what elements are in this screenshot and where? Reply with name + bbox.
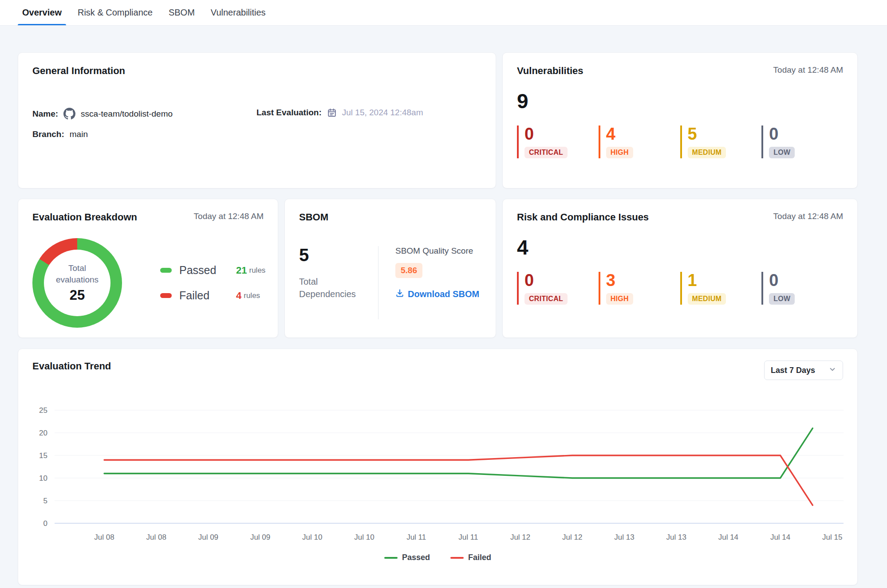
severity-badge: MEDIUM [688, 147, 726, 158]
svg-text:Jul 14: Jul 14 [718, 533, 738, 541]
passed-line-label: Passed [402, 553, 430, 562]
svg-text:15: 15 [39, 451, 47, 460]
severity-count: 0 [524, 272, 599, 289]
svg-text:20: 20 [39, 429, 47, 437]
passed-label: Passed [179, 264, 232, 277]
svg-text:Jul 08: Jul 08 [146, 533, 166, 541]
risk-compliance-timestamp: Today at 12:48 AM [773, 212, 843, 221]
time-range-value: Last 7 Days [771, 366, 815, 375]
passed-line-swatch [384, 557, 398, 559]
time-range-dropdown[interactable]: Last 7 Days [764, 361, 843, 380]
svg-text:Jul 09: Jul 09 [198, 533, 218, 541]
severity-item-medium: 1 MEDIUM [680, 272, 762, 305]
svg-text:25: 25 [39, 406, 47, 415]
trend-chart-legend: Passed Failed [32, 553, 843, 562]
failed-swatch [160, 293, 172, 298]
severity-count: 0 [769, 272, 843, 289]
failed-line-swatch [450, 557, 464, 559]
failed-unit: rules [244, 291, 260, 300]
legend-item-passed: Passed 21 rules [160, 264, 265, 277]
svg-text:Jul 11: Jul 11 [406, 533, 426, 541]
tab-overview[interactable]: Overview [22, 0, 62, 25]
svg-text:Jul 13: Jul 13 [666, 533, 686, 541]
donut-center-label: Total evaluations [51, 263, 103, 285]
severity-item-high: 3 HIGH [599, 272, 680, 305]
svg-text:Jul 12: Jul 12 [510, 533, 530, 541]
github-icon [63, 108, 75, 120]
severity-item-low: 0 LOW [761, 272, 843, 305]
svg-text:Jul 10: Jul 10 [354, 533, 374, 541]
tab-risk-compliance[interactable]: Risk & Compliance [78, 0, 153, 25]
overview-page: General Information Name: ssca-team/todo… [0, 26, 887, 585]
repo-name-row: Name: ssca-team/todolist-demo [32, 108, 256, 120]
severity-count: 3 [606, 272, 680, 289]
severity-badge: HIGH [606, 147, 633, 158]
severity-badge: LOW [769, 293, 795, 305]
svg-text:Jul 09: Jul 09 [250, 533, 270, 541]
sbom-quality-score-label: SBOM Quality Score [395, 246, 479, 256]
svg-text:0: 0 [43, 519, 47, 528]
severity-badge: CRITICAL [524, 147, 568, 158]
severity-item-critical: 0 CRITICAL [517, 272, 599, 305]
trend-legend-passed: Passed [384, 553, 430, 562]
trend-legend-failed: Failed [450, 553, 491, 562]
calendar-icon [327, 108, 337, 118]
passed-count: 21 [236, 265, 247, 276]
last-evaluation-row: Last Evaluation: Jul 15, 2024 12:48am [256, 108, 423, 118]
vulnerabilities-timestamp: Today at 12:48 AM [773, 65, 843, 75]
last-evaluation-label: Last Evaluation: [256, 108, 322, 118]
passed-swatch [160, 268, 172, 273]
svg-text:Jul 13: Jul 13 [614, 533, 634, 541]
svg-text:Jul 14: Jul 14 [770, 533, 790, 541]
passed-unit: rules [249, 266, 265, 275]
svg-text:5: 5 [43, 497, 47, 505]
severity-badge: CRITICAL [524, 293, 568, 305]
branch-label: Branch: [32, 129, 64, 139]
severity-badge: HIGH [606, 293, 633, 305]
general-information-title: General Information [32, 65, 125, 77]
evaluation-trend-title: Evaluation Trend [32, 361, 111, 372]
download-sbom-link[interactable]: Download SBOM [395, 289, 479, 300]
last-evaluation-value: Jul 15, 2024 12:48am [342, 108, 423, 118]
risk-compliance-total: 4 [517, 237, 843, 258]
vulnerabilities-severity-row: 0 CRITICAL 4 HIGH 5 MEDIUM 0 LOW [517, 125, 843, 158]
svg-text:Jul 11: Jul 11 [458, 533, 478, 541]
sbom-quality-score-value: 5.86 [395, 263, 422, 278]
svg-text:Jul 15: Jul 15 [822, 533, 842, 541]
branch-row: Branch: main [32, 129, 256, 139]
severity-count: 0 [769, 125, 843, 142]
donut-total: 25 [70, 287, 85, 303]
severity-item-medium: 5 MEDIUM [680, 125, 762, 158]
general-information-card: General Information Name: ssca-team/todo… [18, 52, 496, 188]
sbom-card: SBOM 5 Total Dependencies SBOM Quality S… [284, 199, 496, 338]
risk-compliance-title: Risk and Compliance Issues [517, 212, 649, 223]
evaluation-breakdown-card: Evaluation Breakdown Today at 12:48 AM T… [18, 199, 278, 338]
failed-label: Failed [179, 289, 232, 302]
evaluation-trend-card: Evaluation Trend Last 7 Days 0510152025J… [18, 349, 858, 585]
tab-bar: Overview Risk & Compliance SBOM Vulnerab… [0, 0, 887, 26]
failed-count: 4 [236, 290, 241, 302]
evaluations-donut-chart: Total evaluations 25 [32, 238, 122, 328]
svg-text:Jul 10: Jul 10 [302, 533, 322, 541]
severity-item-critical: 0 CRITICAL [517, 125, 599, 158]
severity-badge: LOW [769, 147, 795, 158]
tab-sbom[interactable]: SBOM [169, 0, 195, 25]
failed-line-label: Failed [468, 553, 491, 562]
severity-count: 0 [524, 125, 599, 142]
download-sbom-label: Download SBOM [408, 289, 479, 299]
evaluation-trend-chart: 0510152025Jul 08Jul 08Jul 09Jul 09Jul 10… [32, 384, 844, 552]
risk-compliance-card: Risk and Compliance Issues Today at 12:4… [502, 199, 858, 338]
severity-count: 4 [606, 125, 680, 142]
svg-text:Jul 12: Jul 12 [562, 533, 582, 541]
vulnerabilities-total: 9 [517, 91, 843, 111]
severity-item-low: 0 LOW [761, 125, 843, 158]
evaluations-legend: Passed 21 rules Failed 4 rules [160, 264, 265, 302]
chevron-down-icon [828, 365, 836, 376]
svg-text:Jul 08: Jul 08 [94, 533, 114, 541]
evaluation-breakdown-timestamp: Today at 12:48 AM [194, 212, 264, 221]
vulnerabilities-card: Vulnerabilities Today at 12:48 AM 9 0 CR… [502, 52, 858, 188]
branch-value: main [70, 129, 88, 139]
total-dependencies-value: 5 [299, 246, 378, 264]
tab-vulnerabilities[interactable]: Vulnerabilities [211, 0, 266, 25]
risk-compliance-severity-row: 0 CRITICAL 3 HIGH 1 MEDIUM 0 LOW [517, 272, 843, 305]
